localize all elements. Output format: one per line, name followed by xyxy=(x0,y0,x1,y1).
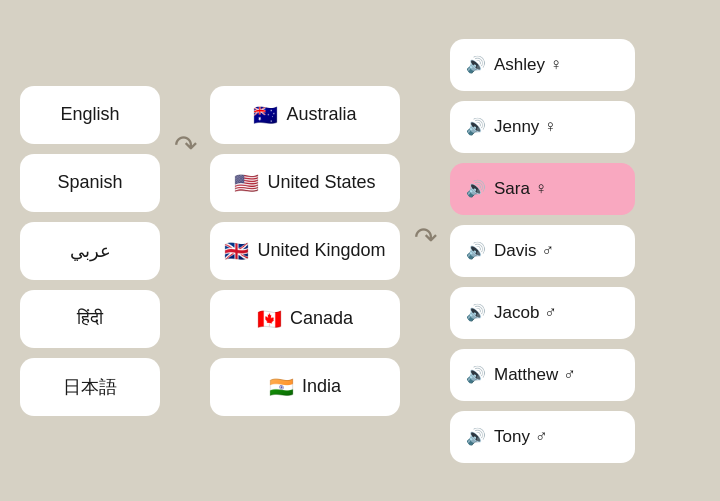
language-btn-spanish[interactable]: Spanish xyxy=(20,154,160,212)
flag-canada: 🇨🇦 xyxy=(257,307,282,331)
arrow-country-to-voice: ↷ xyxy=(400,21,450,481)
country-label-canada: Canada xyxy=(290,308,353,329)
flag-india: 🇮🇳 xyxy=(269,375,294,399)
languages-column: EnglishSpanishعربيहिंदी日本語 xyxy=(20,86,160,416)
arrow-icon-country: ↷ xyxy=(414,220,437,253)
country-btn-india[interactable]: 🇮🇳India xyxy=(210,358,400,416)
country-label-united-states: United States xyxy=(267,172,375,193)
voice-label-jenny: Jenny ♀ xyxy=(494,117,557,137)
voice-btn-matthew[interactable]: 🔊Matthew ♂ xyxy=(450,349,635,401)
country-label-united-kingdom: United Kingdom xyxy=(257,240,385,261)
speaker-icon-matthew: 🔊 xyxy=(466,365,486,384)
voice-label-jacob: Jacob ♂ xyxy=(494,303,557,323)
voice-label-tony: Tony ♂ xyxy=(494,427,547,447)
country-btn-united-kingdom[interactable]: 🇬🇧United Kingdom xyxy=(210,222,400,280)
voice-btn-ashley[interactable]: 🔊Ashley ♀ xyxy=(450,39,635,91)
country-label-australia: Australia xyxy=(286,104,356,125)
voice-btn-sara[interactable]: 🔊Sara ♀ xyxy=(450,163,635,215)
voice-btn-tony[interactable]: 🔊Tony ♂ xyxy=(450,411,635,463)
countries-column: 🇦🇺Australia🇺🇸United States🇬🇧United Kingd… xyxy=(210,86,400,416)
voice-label-matthew: Matthew ♂ xyxy=(494,365,576,385)
flag-united-kingdom: 🇬🇧 xyxy=(224,239,249,263)
speaker-icon-tony: 🔊 xyxy=(466,427,486,446)
main-container: EnglishSpanishعربيहिंदी日本語 ↷ 🇦🇺Australia… xyxy=(20,21,700,481)
voice-btn-davis[interactable]: 🔊Davis ♂ xyxy=(450,225,635,277)
country-btn-canada[interactable]: 🇨🇦Canada xyxy=(210,290,400,348)
country-btn-united-states[interactable]: 🇺🇸United States xyxy=(210,154,400,212)
language-btn-arabic[interactable]: عربي xyxy=(20,222,160,280)
language-btn-japanese[interactable]: 日本語 xyxy=(20,358,160,416)
arrow-lang-to-country: ↷ xyxy=(160,21,210,481)
speaker-icon-jacob: 🔊 xyxy=(466,303,486,322)
country-btn-australia[interactable]: 🇦🇺Australia xyxy=(210,86,400,144)
speaker-icon-davis: 🔊 xyxy=(466,241,486,260)
speaker-icon-sara: 🔊 xyxy=(466,179,486,198)
voice-label-ashley: Ashley ♀ xyxy=(494,55,563,75)
voice-btn-jenny[interactable]: 🔊Jenny ♀ xyxy=(450,101,635,153)
language-btn-english[interactable]: English xyxy=(20,86,160,144)
flag-australia: 🇦🇺 xyxy=(253,103,278,127)
country-label-india: India xyxy=(302,376,341,397)
voices-column: 🔊Ashley ♀🔊Jenny ♀🔊Sara ♀🔊Davis ♂🔊Jacob ♂… xyxy=(450,39,635,463)
speaker-icon-jenny: 🔊 xyxy=(466,117,486,136)
flag-united-states: 🇺🇸 xyxy=(234,171,259,195)
voice-label-sara: Sara ♀ xyxy=(494,179,547,199)
voice-btn-jacob[interactable]: 🔊Jacob ♂ xyxy=(450,287,635,339)
voice-label-davis: Davis ♂ xyxy=(494,241,554,261)
arrow-icon-lang: ↷ xyxy=(174,128,197,161)
speaker-icon-ashley: 🔊 xyxy=(466,55,486,74)
language-btn-hindi[interactable]: हिंदी xyxy=(20,290,160,348)
